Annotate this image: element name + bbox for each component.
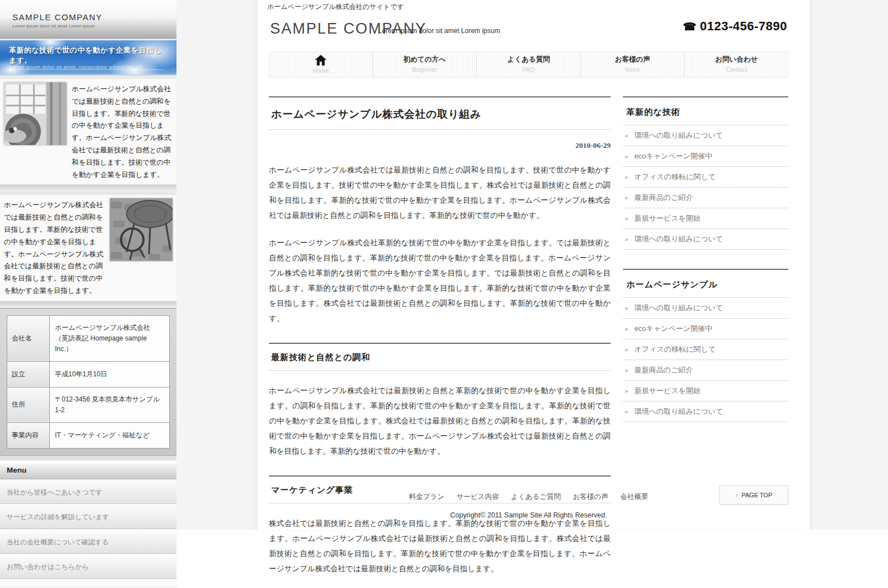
section-heading: 最新技術と自然との調和 [271,352,611,363]
up-arrow-icon: ↑ [735,492,738,498]
footer-link-company[interactable]: 会社概要 [620,493,648,501]
list-item[interactable]: »オフィスの移転に関して [623,167,788,188]
section-paragraph: ホームページサンプル株式会社では最新技術と自然と革新的な技術で世の中を動かす企業… [269,383,611,459]
section-top-rule [269,475,611,477]
sidebar-menu-item-greeting[interactable]: 当社から皆様へごあいさつです [0,479,176,505]
nav-item-contact[interactable]: お問い合わせ Contact [684,52,788,77]
sidebar-logo: SAMPLE COMPANY [12,12,176,22]
sidebar-logo-tagline: Lorem ipsum dolor sit amet Lorem ipsum [12,24,176,29]
nav-item-voice[interactable]: お客様の声 Voice [580,52,685,77]
list-item[interactable]: »最新商品のご紹介 [623,360,788,381]
home-icon [315,55,327,66]
list-item[interactable]: »環境への取り組みについて [623,229,788,250]
article-section: 最新技術と自然との調和 ホームページサンプル株式会社では最新技術と自然と革新的な… [269,343,611,459]
site-description-note: ホームページサンプル株式会社のサイトです [267,2,404,12]
page-top-button[interactable]: ↑PAGE TOP [719,486,788,505]
sidebar-intro-block: ホームページサンプル株式会社では最新技術と自然との調和を目指します。革新的な技術… [0,79,176,185]
nav-item-home[interactable]: Home [269,52,373,77]
table-row: 設立 平成10年1月10日 [7,361,170,387]
list-item[interactable]: »環境への取り組みについて [623,298,788,319]
row-value: 平成10年1月10日 [50,361,170,387]
arrow-bullet-icon: » [625,388,628,394]
nav-item-sublabel: Voice [581,66,685,73]
arrow-bullet-icon: » [625,236,628,242]
list-item[interactable]: »最新商品のご紹介 [623,188,788,208]
company-info-table: 会社名 ホームページサンプル株式会社（英語表記 Homepage sample … [7,315,170,449]
nav-item-faq[interactable]: よくある質問 FAQ [476,52,580,77]
list-item-label: オフィスの移転に関して [634,345,715,353]
arrow-bullet-icon: » [625,325,628,332]
list-item[interactable]: »新規サービスを開始 [623,381,788,402]
article-date: 2010-06-29 [269,141,611,150]
sidebar-sky-banner: 革新的な技術で世の中を動かす企業を目指します。 Lorem ipsum dolo… [0,39,176,76]
divider [269,129,611,130]
footer-link-services[interactable]: サービス内容 [457,493,499,501]
arrow-bullet-icon: » [625,408,628,415]
list-item-label: 最新商品のご紹介 [634,366,693,374]
divider [0,301,176,308]
phone-icon: ☎ [683,21,696,32]
intro-text: ホームページサンプル株式会社では最新技術と自然との調和を目指します。革新的な技術… [4,198,105,297]
list-item-label: 新規サービスを開始 [634,386,700,395]
page-top-label: PAGE TOP [741,492,772,498]
list-item-label: 環境への取り組みについて [634,131,723,139]
information-heading: Infomation [0,584,176,588]
list-item[interactable]: »ecoキャンペーン開催中 [623,319,788,339]
nav-item-sublabel: Home [269,67,373,74]
sidebar-menu-item-company[interactable]: 当社の会社概要について確認する [0,529,176,554]
arrow-bullet-icon: » [625,132,628,139]
patio-table-photo [110,198,173,261]
list-item[interactable]: »環境への取り組みについて [623,402,788,422]
arrow-bullet-icon: » [625,215,628,222]
arrow-bullet-icon: » [625,346,628,353]
row-label: 事業内容 [7,422,50,448]
company-info-table-block: 会社名 ホームページサンプル株式会社（英語表記 Homepage sample … [0,308,176,456]
right-sidebar-list: »環境への取り組みについて »ecoキャンペーン開催中 »オフィスの移転に関して… [623,125,788,250]
article-top-rule [269,96,611,97]
wicker-chair-interior-photo [4,82,67,145]
row-value: 〒012-3456 見本県見本市サンプル1-2 [50,387,170,422]
table-row: 住所 〒012-3456 見本県見本市サンプル1-2 [7,387,170,422]
list-item-label: 環境への取り組みについて [634,235,723,243]
section-top-rule [623,269,788,270]
row-label: 会社名 [7,315,50,361]
section-top-rule [623,96,788,97]
footer-link-voice[interactable]: お客様の声 [573,493,608,501]
footer-copyright: Copyright© 2011 Sample Site All Rights R… [269,511,788,519]
site-tagline: Lorem ipsum dolor sit amet Lorem ipsum [378,27,500,35]
list-item[interactable]: »新規サービスを開始 [623,208,788,229]
main-navigation: Home 初めての方へ Beginner よくある質問 FAQ お客様の声 Vo… [269,52,788,77]
footer-link-pricing[interactable]: 料金プラン [409,493,444,501]
main-footer: 料金プラン サービス内容 よくあるご質問 お客様の声 会社概要 Copyrigh… [269,484,788,519]
menu-heading: Menu [0,460,176,479]
arrow-bullet-icon: » [625,367,628,374]
divider [269,370,611,371]
list-item-label: 環境への取り組みについて [634,407,723,416]
nav-item-sublabel: FAQ [477,66,580,73]
main-content-column: ホームページサンプル株式会社のサイトです SAMPLE COMPANY Lore… [258,0,810,530]
nav-item-sublabel: Beginner [373,66,477,73]
sidebar-menu-item-services[interactable]: サービスの詳細を解説しています [0,504,176,529]
list-item-label: ecoキャンペーン開催中 [634,324,712,333]
nav-item-beginner[interactable]: 初めての方へ Beginner [373,52,477,77]
list-item[interactable]: »環境への取り組みについて [623,125,788,146]
sidebar-logo-block[interactable]: SAMPLE COMPANY Lorem ipsum dolor sit ame… [0,0,176,39]
sidebar-menu-item-contact[interactable]: お問い合わせはこちらから [0,554,176,579]
right-sidebar-heading: 革新的な技術 [626,107,788,118]
row-label: 設立 [7,361,50,387]
nav-item-label: お客様の声 [581,55,685,64]
list-item[interactable]: »オフィスの移転に関して [623,339,788,360]
phone-number-text: 0123-456-7890 [700,19,787,33]
list-item-label: オフィスの移転に関して [634,172,715,181]
row-label: 住所 [7,387,50,422]
left-sidebar: SAMPLE COMPANY Lorem ipsum dolor sit ame… [0,0,176,564]
article-paragraph: ホームページサンプル株式会社では最新技術と自然との調和を目指します。技術で世の中… [269,162,611,223]
table-row: 会社名 ホームページサンプル株式会社（英語表記 Homepage sample … [7,315,170,361]
intro-text: ホームページサンプル株式会社では最新技術と自然との調和を目指します。革新的な技術… [72,82,173,181]
list-item[interactable]: »ecoキャンペーン開催中 [623,146,788,167]
banner-subtitle: Lorem ipsum dolor sit amet, consectetur … [9,64,145,70]
list-item-label: ecoキャンペーン開催中 [634,152,712,160]
section-top-rule [269,343,611,344]
article-title: ホームページサンプル株式会社の取り組み [271,107,611,121]
footer-link-faq[interactable]: よくあるご質問 [511,493,561,501]
